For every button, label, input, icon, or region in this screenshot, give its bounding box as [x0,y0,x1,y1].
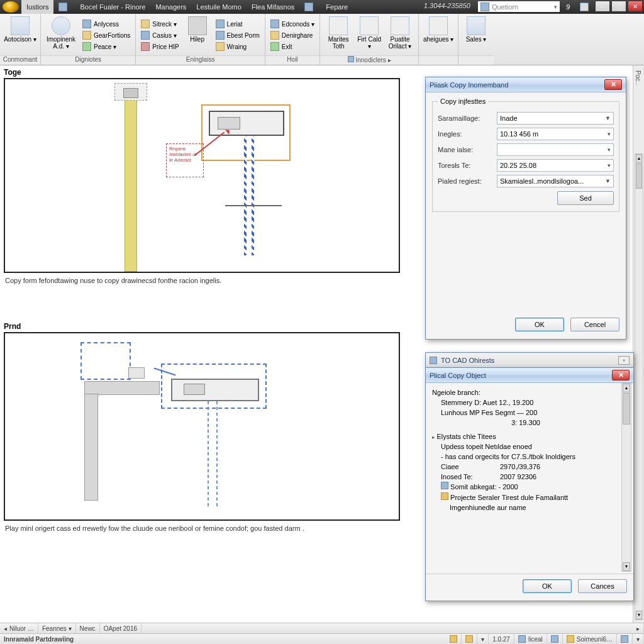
dialog-restore-button[interactable]: ▫ [618,356,630,365]
ok-button[interactable]: OK [515,318,564,331]
dialog-close-button[interactable]: ✕ [612,370,630,380]
help-search[interactable]: Quetiorn ▾ [478,1,560,12]
exit-icon [270,42,279,51]
menu-item-5[interactable]: Flea Mifasnos [247,0,299,14]
view-scroll[interactable]: ▸ [633,623,644,633]
menu-item-4[interactable]: Lestuile Momo [191,0,247,14]
view-tab[interactable]: OApet 2016 [100,623,142,633]
menu-item-7[interactable]: Fepare [321,0,353,14]
scrollbar[interactable]: ▴ ▾ [621,383,631,572]
close-button[interactable]: ✕ [628,1,643,12]
small-button[interactable]: Peace ▾ [81,42,131,52]
small-button[interactable]: Denirghare [269,30,316,40]
big-button[interactable]: Hilep [184,15,211,55]
small-button[interactable]: Sitreck ▾ [140,19,180,29]
help-badge[interactable]: 9 [561,0,575,14]
menu-item-0[interactable]: Iustiors [21,0,53,14]
scroll-down-icon[interactable]: ▾ [636,611,642,619]
app-orb-icon[interactable] [3,1,19,13]
small-button[interactable]: Edconods ▾ [269,19,316,29]
big-button[interactable]: Imopinenk A.d. ▾ [45,15,77,55]
dialog-titlebar[interactable]: Piiask Copy Inomemband ✕ [426,77,626,92]
snap-icon [450,635,457,643]
ribbon-group-3: Edconods ▾ Denirghare Exlt Hoil [265,14,320,65]
ok-button[interactable]: OK [523,579,572,593]
tree-kv: Inosed Te:2007 92306 [441,472,619,482]
dialog-titlebar[interactable]: TO CAD Ohirests ▫ [426,353,633,368]
scroll-up-icon[interactable]: ▴ [636,154,642,163]
ribbon-group-6: Sales ▾ [458,14,494,65]
cancel-button[interactable]: Cances [578,579,627,593]
tree-leaf[interactable]: Somit abkegat: - 2000 [441,482,619,492]
small-button[interactable]: Exlt [269,42,316,52]
scroll-thumb[interactable] [636,164,642,189]
sed-button[interactable]: Sed [557,191,614,205]
tree-view[interactable]: Ngeiole branch: Stemmery D: Auet 12., 19… [426,383,633,572]
menu-item-3[interactable]: Managers [150,0,191,14]
preview-top[interactable]: Rnpere Inebladmi of lir Adenict [4,78,400,273]
tree-line: Updess topeit Netıldae enoed [441,442,619,452]
ribbon-group-1: Imopinenk A.d. ▾ Anlycess GearFortions P… [41,14,136,65]
triangle-icon [391,16,409,35]
page-icon [216,31,225,40]
right-collapsed-panel[interactable]: Poc.. ▴ ▾ [633,65,644,623]
view-tab[interactable]: Feannes ▾ [38,623,76,633]
menu-item-6[interactable] [299,0,321,14]
menu-item-1[interactable] [53,0,75,14]
grid-icon [465,635,473,643]
small-button[interactable]: Casius ▾ [140,30,180,40]
minimize-button[interactable]: – [595,1,610,12]
dropdown[interactable]: Skamialesl..mondlsilogoa...▼ [497,175,614,187]
group-caption: Hoil [265,55,319,65]
small-button[interactable]: Anlycess [81,19,131,29]
small-button[interactable]: Leriat [214,19,261,29]
small-button[interactable]: Ebest Porm [214,30,261,40]
dialog-close-button[interactable]: ✕ [604,79,622,90]
status-tool[interactable] [446,634,462,644]
tree-leaf: Imgenhiunedle aur name [441,503,619,513]
cancel-button[interactable]: Cencel [570,318,619,331]
menu-item-2[interactable]: Bocel Fualer - Rinore [75,0,150,14]
small-button[interactable]: Price HIP [140,42,180,52]
scroll-down-icon[interactable]: ▾ [623,562,630,571]
status-tool[interactable] [547,634,563,644]
scroll-thumb[interactable] [623,393,630,425]
dialog-titlebar[interactable]: Plical Copy Object ✕ [426,368,633,383]
dropdown[interactable]: ▾ [497,143,614,156]
tree-leaf[interactable]: Projecte Seraler Tirest dule Famailantt [441,492,619,503]
scissors-icon [429,16,448,35]
view-tab[interactable]: Newc [76,623,100,633]
group-caption [419,55,458,65]
dropdown[interactable]: Inade▼ [497,112,614,125]
status-tool[interactable] [617,634,633,644]
preview-bottom[interactable] [4,332,400,521]
status-tool[interactable]: ▾ [633,634,644,644]
scrollbar[interactable]: ▴ ▾ [635,153,643,620]
dropdown[interactable]: 10.13 456 m▾ [497,128,614,140]
status-tool[interactable]: liceal [514,634,547,644]
scroll-up-icon[interactable]: ▴ [623,384,630,392]
small-button[interactable]: Wraing [214,42,261,52]
notification-icon[interactable] [575,0,594,14]
big-button[interactable]: Firt Cald ▾ [357,15,382,55]
dialog-cad-objects-outer: TO CAD Ohirests ▫ [425,352,634,367]
status-tool[interactable] [462,634,477,644]
big-button[interactable]: Aotocison ▾ [4,15,36,55]
folder-icon [141,31,150,40]
maximize-button[interactable]: ▢ [611,1,626,12]
big-button[interactable]: Marites Toth [324,15,353,55]
status-tool[interactable]: Soimeuni6… [563,634,617,644]
status-tool[interactable]: ▾ [477,634,489,644]
big-button[interactable]: Puatite Orilact ▾ [386,15,414,55]
big-button[interactable]: aheigues ▾ [423,15,454,55]
view-tab[interactable]: ◂ Niluor … [0,623,38,633]
small-button[interactable]: GearFortions [81,30,131,40]
column-element [84,394,98,501]
dropdown[interactable]: 20.25 25.08▾ [497,159,614,172]
status-scale[interactable]: 1.0.27 [489,634,514,644]
tool-icon [11,16,30,35]
tree-group[interactable]: Elystats chle Titees [432,432,619,442]
cloud-icon [621,635,628,643]
panel-tab[interactable]: Poc.. [633,65,643,90]
big-button[interactable]: Sales ▾ [462,15,490,55]
